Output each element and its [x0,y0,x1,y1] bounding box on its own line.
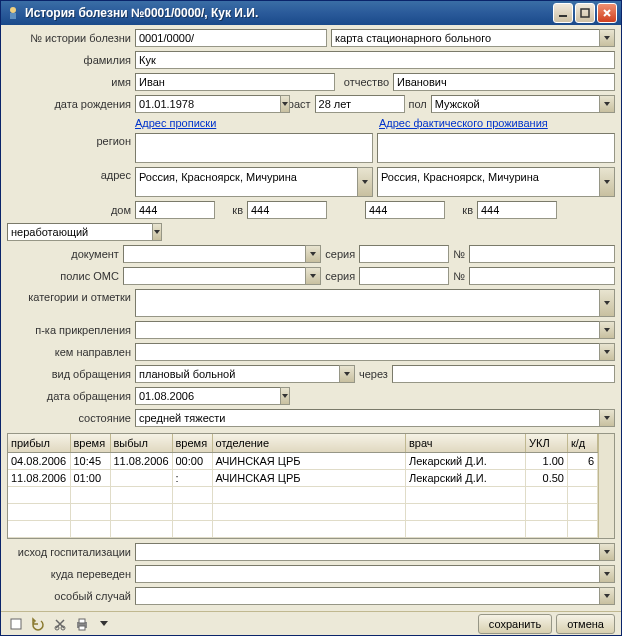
categories-dropdown-icon[interactable] [599,289,615,317]
through-input[interactable] [392,365,615,383]
address1-dropdown-icon[interactable] [357,167,373,197]
table-cell: 01:00 [70,469,110,486]
transferred-select[interactable] [135,565,599,583]
grid-header[interactable]: выбыл [110,434,172,452]
visit-type-select[interactable] [135,365,339,383]
table-row[interactable]: 04.08.200610:4511.08.200600:00АЧИНСКАЯ Ц… [8,452,598,469]
name-input[interactable] [135,73,335,91]
visit-date-input[interactable] [135,387,280,405]
save-button[interactable]: сохранить [478,614,552,634]
titlebar: История болезни №0001/0000/, Кук И.И. [1,1,621,25]
label-referred-by: кем направлен [7,346,131,358]
expand-down-icon[interactable] [95,615,113,633]
visit-date-dropdown-icon[interactable] [280,387,290,405]
grid-header[interactable]: прибыл [8,434,70,452]
close-button[interactable] [597,3,617,23]
grid-scrollbar[interactable] [598,434,614,538]
table-cell: 6 [568,452,598,469]
region1-input[interactable] [135,133,373,163]
address1-input[interactable]: Россия, Красноярск, Мичурина [135,167,357,197]
clinic-select[interactable] [135,321,599,339]
polis-no-input[interactable] [469,267,615,285]
table-cell: Лекарский Д.И. [406,469,526,486]
sex-select[interactable] [431,95,599,113]
label-categories: категории и отметки [7,289,131,303]
history-no-input[interactable] [135,29,327,47]
svg-rect-1 [10,13,16,19]
state-select[interactable] [135,409,599,427]
addr-reg-link[interactable]: Адрес прописки [135,117,371,129]
label-visit-date: дата обращения [7,390,131,402]
clinic-dropdown-icon[interactable] [599,321,615,339]
flat1-input[interactable] [247,201,327,219]
doc-seria-input[interactable] [359,245,449,263]
movements-table[interactable]: прибылвремявыбылвремяотделениеврачУКЛк/д… [8,434,598,538]
label-flat1: кв [219,204,243,216]
grid-header[interactable]: врач [406,434,526,452]
print-icon[interactable] [73,615,91,633]
birth-date-input[interactable] [135,95,280,113]
referred-by-select[interactable] [135,343,599,361]
label-doc-seria: серия [325,248,355,260]
hosp-outcome-dropdown-icon[interactable] [599,543,615,561]
categories-input[interactable] [135,289,599,317]
card-type-dropdown-icon[interactable] [599,29,615,47]
card-type-select[interactable] [331,29,599,47]
grid-header[interactable]: время [70,434,110,452]
employment-dropdown-icon[interactable] [152,223,162,241]
label-flat2: кв [449,204,473,216]
label-name: имя [7,76,131,88]
table-row-empty [8,503,598,520]
birth-date-dropdown-icon[interactable] [280,95,290,113]
flat2-input[interactable] [477,201,557,219]
sex-dropdown-icon[interactable] [599,95,615,113]
house2-input[interactable] [365,201,445,219]
undo-icon[interactable] [29,615,47,633]
table-cell: АЧИНСКАЯ ЦРБ [212,469,406,486]
document-select[interactable] [123,245,305,263]
special-case-select[interactable] [135,587,599,605]
region2-input[interactable] [377,133,615,163]
referred-by-dropdown-icon[interactable] [599,343,615,361]
grid-header[interactable]: время [172,434,212,452]
special-case-dropdown-icon[interactable] [599,587,615,605]
transferred-dropdown-icon[interactable] [599,565,615,583]
addr-fact-link[interactable]: Адрес фактического проживания [379,117,615,129]
employment-select[interactable] [7,223,152,241]
maximize-button[interactable] [575,3,595,23]
visit-type-dropdown-icon[interactable] [339,365,355,383]
state-dropdown-icon[interactable] [599,409,615,427]
label-hosp-outcome: исход госпитализации [7,546,131,558]
table-cell: Лекарский Д.И. [406,452,526,469]
address2-input[interactable]: Россия, Красноярск, Мичурина [377,167,599,197]
grid-header[interactable]: УКЛ [526,434,568,452]
movements-grid: прибылвремявыбылвремяотделениеврачУКЛк/д… [7,433,615,539]
table-row[interactable]: 11.08.200601:00:АЧИНСКАЯ ЦРБЛекарский Д.… [8,469,598,486]
age-input[interactable] [315,95,405,113]
cut-icon[interactable] [51,615,69,633]
house1-input[interactable] [135,201,215,219]
hosp-outcome-select[interactable] [135,543,599,561]
polis-seria-input[interactable] [359,267,449,285]
surname-input[interactable] [135,51,615,69]
minimize-button[interactable] [553,3,573,23]
label-clinic: п-ка прикрепления [7,324,131,336]
document-dropdown-icon[interactable] [305,245,321,263]
label-special-case: особый случай [7,590,131,602]
svg-rect-3 [581,9,589,17]
grid-header[interactable]: к/д [568,434,598,452]
polis-dropdown-icon[interactable] [305,267,321,285]
grid-header[interactable]: отделение [212,434,406,452]
address2-dropdown-icon[interactable] [599,167,615,197]
doc-no-input[interactable] [469,245,615,263]
polis-select[interactable] [123,267,305,285]
table-cell: 11.08.2006 [8,469,70,486]
label-history-no: № истории болезни [7,32,131,44]
table-cell: : [172,469,212,486]
table-row-empty [8,486,598,503]
new-record-icon[interactable] [7,615,25,633]
cancel-button[interactable]: отмена [556,614,615,634]
svg-rect-8 [79,619,85,623]
patronymic-input[interactable] [393,73,615,91]
label-surname: фамилия [7,54,131,66]
